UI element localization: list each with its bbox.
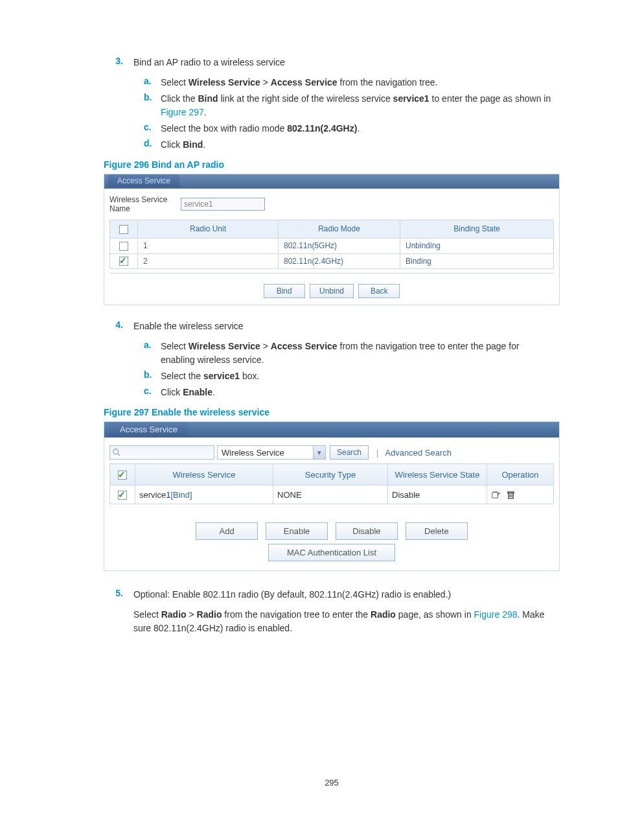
delete-button[interactable]: Delete	[406, 522, 468, 540]
th-radio-unit: Radio Unit	[138, 220, 279, 239]
step-4a-text: Select Wireless Service > Access Service…	[161, 340, 556, 367]
advanced-search-link[interactable]: Advanced Search	[385, 448, 452, 458]
unbind-button[interactable]: Unbind	[310, 284, 354, 298]
service1-checkbox[interactable]	[118, 491, 127, 500]
page-number: 295	[104, 778, 560, 788]
search-icon	[112, 448, 121, 459]
row-1-mode: 802.11n(5GHz)	[279, 238, 400, 253]
panel2-header: Access Service	[104, 422, 559, 438]
wireless-service-name-label: Wireless Service Name	[109, 195, 181, 213]
separator: |	[372, 448, 382, 458]
step-4c-letter: c.	[144, 386, 158, 396]
row-2-unit: 2	[138, 253, 279, 269]
row-2-checkbox[interactable]	[119, 257, 128, 266]
step-4-number: 4.	[104, 320, 123, 330]
step-3d-text: Click Bind.	[161, 138, 556, 152]
search-input[interactable]	[109, 445, 214, 460]
svg-rect-2	[492, 493, 498, 498]
service1-cell: service1[Bind]	[135, 485, 273, 504]
row-1-checkbox[interactable]	[119, 242, 128, 251]
step-3c-letter: c.	[144, 122, 158, 132]
add-button[interactable]: Add	[196, 522, 258, 540]
step-3d-letter: d.	[144, 138, 158, 148]
figure-298-reference[interactable]: Figure 298	[474, 609, 518, 620]
disable-button[interactable]: Disable	[336, 522, 398, 540]
header-checkbox[interactable]	[119, 225, 128, 234]
step-3c-text: Select the box with radio mode 802.11n(2…	[161, 122, 556, 135]
figure-297-panel: Access Service Wireless Service ▾ Search…	[104, 421, 560, 571]
delete-icon[interactable]	[506, 490, 516, 500]
security-type-cell: NONE	[273, 485, 388, 504]
step-3-number: 3.	[104, 56, 123, 66]
tab-access-service[interactable]: Access Service	[108, 174, 179, 187]
wireless-service-select[interactable]: Wireless Service ▾	[217, 445, 326, 460]
table-row: 1 802.11n(5GHz) Unbinding	[110, 238, 554, 253]
service1-name: service1	[139, 490, 170, 500]
mac-auth-list-button[interactable]: MAC Authentication List	[268, 544, 395, 561]
figure-296-title: Figure 296 Bind an AP radio	[104, 159, 560, 170]
step-5-line1: Optional: Enable 802.11n radio (By defau…	[133, 588, 548, 601]
step-3a-text: Select Wireless Service > Access Service…	[161, 76, 556, 89]
row-1-state: Unbinding	[400, 238, 554, 253]
step-4b-text: Select the service1 box.	[161, 369, 556, 383]
row-2-state: Binding	[400, 253, 554, 269]
enable-button[interactable]: Enable	[266, 522, 328, 540]
wireless-service-name-input[interactable]	[181, 198, 265, 211]
bind-button[interactable]: Bind	[264, 284, 305, 298]
step-5-line2: Select Radio > Radio from the navigation…	[133, 608, 548, 635]
tab-access-service-2[interactable]: Access Service	[109, 422, 188, 437]
service1-bind-link[interactable]: [Bind]	[170, 490, 192, 500]
th-radio-mode: Radio Mode	[279, 220, 400, 239]
svg-point-0	[113, 449, 119, 454]
wireless-service-table: Wireless Service Security Type Wireless …	[109, 463, 554, 504]
step-4a-letter: a.	[144, 340, 158, 350]
figure-297-title: Figure 297 Enable the wireless service	[104, 407, 560, 417]
row-2-mode: 802.11n(2.4GHz)	[279, 253, 400, 269]
figure-297-reference[interactable]: Figure 297	[161, 107, 204, 117]
state-cell: Disable	[388, 485, 487, 504]
step-3-title: Bind an AP radio to a wireless service	[133, 56, 548, 69]
th-wireless-service: Wireless Service	[135, 464, 273, 485]
table-row: service1[Bind] NONE Disable	[110, 485, 554, 504]
step-3b-text: Click the Bind link at the right side of…	[161, 92, 556, 119]
chevron-down-icon: ▾	[313, 446, 325, 459]
step-3a-letter: a.	[144, 76, 158, 86]
svg-line-1	[118, 454, 120, 456]
figure-296-panel: Access Service Wireless Service Name Rad…	[104, 174, 560, 305]
th-binding-state: Binding State	[400, 220, 554, 239]
step-3b-letter: b.	[144, 92, 158, 102]
th-security-type: Security Type	[273, 464, 388, 485]
radio-bind-table: Radio Unit Radio Mode Binding State 1 80…	[109, 220, 554, 269]
th-wireless-service-state: Wireless Service State	[388, 464, 487, 485]
operation-cell	[487, 485, 554, 504]
step-5-number: 5.	[104, 588, 123, 598]
step-4b-letter: b.	[144, 369, 158, 380]
step-4-title: Enable the wireless service	[133, 320, 548, 333]
row-1-unit: 1	[138, 238, 279, 253]
step-4c-text: Click Enable.	[161, 386, 556, 399]
panel-header: Access Service	[104, 174, 559, 189]
header-checkbox-2[interactable]	[118, 471, 127, 480]
table-row: 2 802.11n(2.4GHz) Binding	[110, 253, 554, 269]
svg-rect-7	[507, 492, 513, 493]
select-value: Wireless Service	[222, 448, 284, 458]
search-button[interactable]: Search	[330, 445, 369, 460]
th-operation: Operation	[487, 464, 554, 485]
back-button[interactable]: Back	[358, 284, 400, 298]
edit-icon[interactable]	[491, 490, 501, 500]
